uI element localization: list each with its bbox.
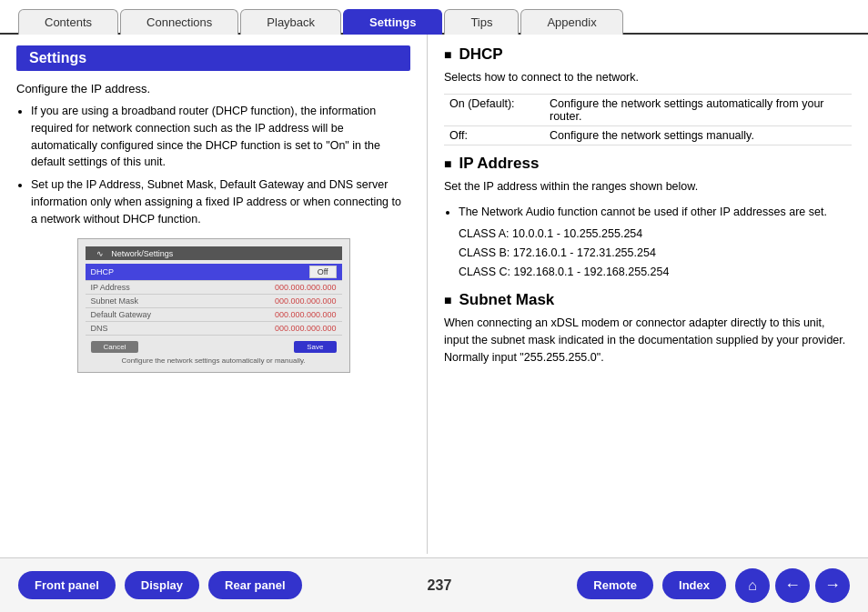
bottom-navigation: Front panel Display Rear panel 237 Remot… — [0, 557, 868, 612]
screenshot-row-ip: IP Address 000.000.000.000 — [86, 281, 342, 295]
screenshot-row-dns: DNS 000.000.000.000 — [86, 322, 342, 336]
ip-address-heading: IP Address — [444, 155, 852, 173]
table-row: On (Default): Configure the network sett… — [444, 94, 852, 125]
class-a: CLASS A: 10.0.0.1 - 10.255.255.254 — [459, 225, 852, 244]
screenshot-title: Network/Settings — [111, 249, 173, 258]
front-panel-button[interactable]: Front panel — [18, 571, 116, 599]
dhcp-off-label: Off: — [444, 125, 544, 145]
back-button[interactable]: ← — [775, 568, 810, 603]
tab-settings[interactable]: Settings — [343, 9, 442, 35]
home-button[interactable]: ⌂ — [735, 568, 770, 603]
remote-button[interactable]: Remote — [577, 571, 653, 599]
dns-label: DNS — [91, 324, 108, 333]
dhcp-on-label: On (Default): — [444, 94, 544, 125]
ip-value: 000.000.000.000 — [275, 283, 337, 292]
screenshot-mockup: ∿ Network/Settings DHCP Off IP Address 0… — [77, 238, 350, 373]
ip-class-list: CLASS A: 10.0.0.1 - 10.255.255.254 CLASS… — [459, 225, 852, 283]
gateway-label: Default Gateway — [91, 310, 152, 319]
page-number: 237 — [428, 577, 452, 594]
bottom-left-buttons: Front panel Display Rear panel — [18, 571, 302, 599]
subnet-value: 000.000.000.000 — [275, 296, 337, 306]
subnet-label: Subnet Mask — [91, 296, 139, 306]
display-button[interactable]: Display — [125, 571, 199, 599]
bottom-right-area: Remote Index ⌂ ← → — [577, 568, 850, 603]
gateway-value: 000.000.000.000 — [275, 310, 337, 319]
main-content: Settings Configure the IP address. If yo… — [0, 35, 868, 554]
ip-bullet-list: The Network Audio function cannot be use… — [444, 203, 852, 221]
rear-panel-button[interactable]: Rear panel — [208, 571, 301, 599]
bullet-item-1: If you are using a broadband router (DHC… — [31, 103, 410, 171]
bullet-item-2: Set up the IP Address, Subnet Mask, Defa… — [31, 176, 410, 227]
screenshot-buttons: Cancel Save — [86, 341, 342, 353]
tab-appendix[interactable]: Appendix — [520, 9, 622, 35]
screenshot-header: ∿ Network/Settings — [86, 246, 342, 260]
section-title: Settings — [16, 45, 410, 71]
screenshot-save-btn: Save — [294, 341, 336, 353]
dns-value: 000.000.000.000 — [275, 324, 337, 333]
class-b: CLASS B: 172.16.0.1 - 172.31.255.254 — [459, 244, 852, 263]
class-c: CLASS C: 192.168.0.1 - 192.168.255.254 — [459, 263, 852, 282]
tab-tips[interactable]: Tips — [444, 9, 519, 35]
dhcp-on-value: Configure the network settings automatic… — [544, 94, 852, 125]
forward-button[interactable]: → — [815, 568, 850, 603]
subnet-mask-desc: When connecting an xDSL modem or connect… — [444, 315, 852, 366]
tab-connections[interactable]: Connections — [120, 9, 238, 35]
bullet-list: If you are using a broadband router (DHC… — [16, 103, 410, 227]
wifi-icon: ∿ — [96, 249, 104, 258]
screenshot-footer: Configure the network settings automatic… — [86, 356, 342, 365]
table-row: Off: Configure the network settings manu… — [444, 125, 852, 145]
ip-bullet-item: The Network Audio function cannot be use… — [459, 203, 852, 221]
dhcp-table: On (Default): Configure the network sett… — [444, 94, 852, 145]
screenshot-cancel-btn: Cancel — [91, 341, 139, 353]
screenshot-row-gateway: Default Gateway 000.000.000.000 — [86, 308, 342, 322]
subnet-mask-heading: Subnet Mask — [444, 291, 852, 309]
dhcp-off-value: Configure the network settings manually. — [544, 125, 852, 145]
dhcp-label: DHCP — [91, 267, 115, 276]
tab-contents[interactable]: Contents — [18, 9, 118, 35]
dhcp-value: Off — [309, 266, 337, 278]
nav-icon-buttons: ⌂ ← → — [735, 568, 850, 603]
ip-label: IP Address — [91, 283, 130, 292]
screenshot-row-subnet: Subnet Mask 000.000.000.000 — [86, 295, 342, 308]
dhcp-desc: Selects how to connect to the network. — [444, 69, 852, 86]
screenshot-row-dhcp: DHCP Off — [86, 264, 342, 281]
right-column: DHCP Selects how to connect to the netwo… — [428, 35, 868, 554]
ip-address-desc: Set the IP address within the ranges sho… — [444, 178, 852, 196]
index-button[interactable]: Index — [662, 571, 726, 599]
top-navigation: Contents Connections Playback Settings T… — [0, 0, 868, 35]
dhcp-heading: DHCP — [444, 45, 852, 64]
left-column: Settings Configure the IP address. If yo… — [0, 35, 428, 554]
configure-text: Configure the IP address. — [16, 82, 410, 95]
tab-playback[interactable]: Playback — [240, 9, 341, 35]
